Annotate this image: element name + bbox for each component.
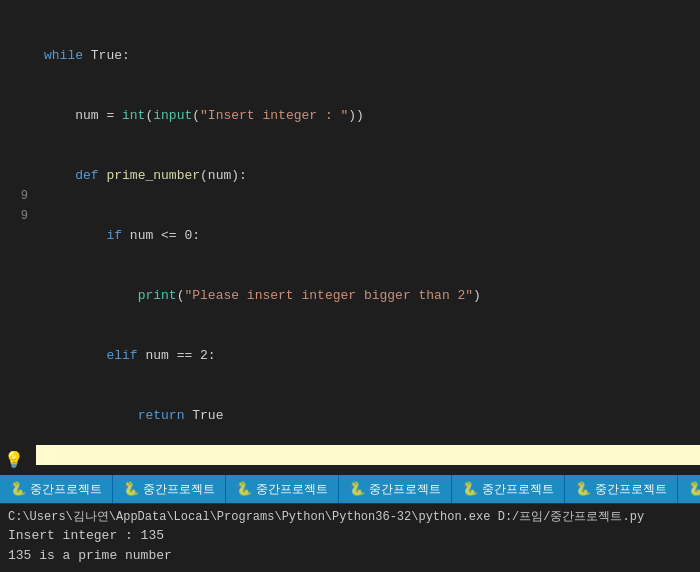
terminal-line-2: 135 is a prime number: [8, 546, 692, 566]
highlight-bar: [36, 445, 700, 465]
taskbar-tab-7[interactable]: 🐍 중간프로젝트: [678, 475, 700, 503]
python-icon-1: 🐍: [10, 481, 26, 497]
tab-label-3: 중간프로젝트: [256, 481, 328, 498]
lightbulb-area: 💡: [0, 445, 700, 475]
tab-label-5: 중간프로젝트: [482, 481, 554, 498]
code-editor: 9 9 while True: num = int(input("Insert …: [0, 0, 700, 440]
terminal[interactable]: C:\Users\김나연\AppData\Local\Programs\Pyth…: [0, 503, 700, 572]
code-line: while True:: [44, 46, 692, 66]
tab-label-1: 중간프로젝트: [30, 481, 102, 498]
code-line: return True: [44, 406, 692, 426]
python-icon-5: 🐍: [462, 481, 478, 497]
code-line: elif num == 2:: [44, 346, 692, 366]
code-line: if num <= 0:: [44, 226, 692, 246]
taskbar-tab-3[interactable]: 🐍 중간프로젝트: [226, 475, 339, 503]
terminal-line-1: Insert integer : 135: [8, 526, 692, 546]
python-icon-6: 🐍: [575, 481, 591, 497]
taskbar-tab-1[interactable]: 🐍 중간프로젝트: [0, 475, 113, 503]
code-content[interactable]: while True: num = int(input("Insert inte…: [36, 4, 700, 436]
line-numbers: 9 9: [0, 4, 36, 436]
code-line: def prime_number(num):: [44, 166, 692, 186]
taskbar-tab-5[interactable]: 🐍 중간프로젝트: [452, 475, 565, 503]
code-line: num = int(input("Insert integer : ")): [44, 106, 692, 126]
taskbar-tab-6[interactable]: 🐍 중간프로젝트: [565, 475, 678, 503]
python-icon-2: 🐍: [123, 481, 139, 497]
tab-label-6: 중간프로젝트: [595, 481, 667, 498]
tab-label-2: 중간프로젝트: [143, 481, 215, 498]
terminal-path: C:\Users\김나연\AppData\Local\Programs\Pyth…: [8, 508, 692, 526]
lightbulb-icon[interactable]: 💡: [4, 450, 24, 470]
taskbar-tab-4[interactable]: 🐍 중간프로젝트: [339, 475, 452, 503]
python-icon-7: 🐍: [688, 481, 700, 497]
code-line: print("Please insert integer bigger than…: [44, 286, 692, 306]
taskbar-tab-2[interactable]: 🐍 중간프로젝트: [113, 475, 226, 503]
taskbar: 🐍 중간프로젝트 🐍 중간프로젝트 🐍 중간프로젝트 🐍 중간프로젝트 🐍 중간…: [0, 475, 700, 503]
python-icon-4: 🐍: [349, 481, 365, 497]
tab-label-4: 중간프로젝트: [369, 481, 441, 498]
python-icon-3: 🐍: [236, 481, 252, 497]
